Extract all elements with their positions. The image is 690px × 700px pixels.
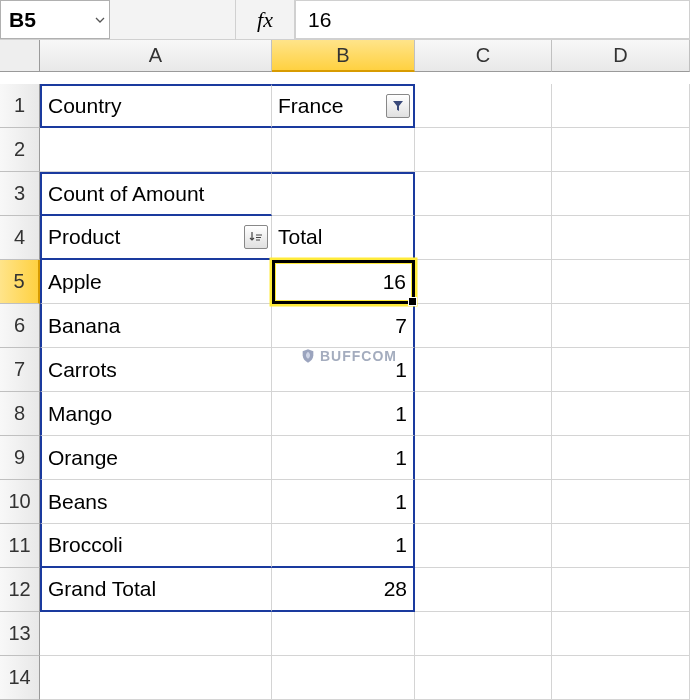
pivot-value[interactable]: 1 <box>272 524 415 568</box>
cell[interactable] <box>415 392 552 436</box>
pivot-row-label[interactable]: Apple <box>40 260 272 304</box>
row-header-8[interactable]: 8 <box>0 392 40 436</box>
cell[interactable] <box>415 348 552 392</box>
formula-value: 16 <box>308 8 331 32</box>
pivot-value[interactable]: 1 <box>272 436 415 480</box>
row-header-11[interactable]: 11 <box>0 524 40 568</box>
pivot-page-field-label[interactable]: Country <box>40 84 272 128</box>
cell[interactable] <box>552 480 690 524</box>
cell[interactable] <box>552 260 690 304</box>
cell[interactable] <box>415 172 552 216</box>
pivot-value[interactable]: 1 <box>272 348 415 392</box>
cell[interactable] <box>552 128 690 172</box>
cell[interactable] <box>415 304 552 348</box>
cell[interactable] <box>415 260 552 304</box>
row-header-10[interactable]: 10 <box>0 480 40 524</box>
cell[interactable] <box>415 480 552 524</box>
row-header-14[interactable]: 14 <box>0 656 40 700</box>
filter-icon[interactable] <box>386 94 410 118</box>
row-header-13[interactable]: 13 <box>0 612 40 656</box>
cell[interactable] <box>415 84 552 128</box>
pivot-value[interactable]: 1 <box>272 480 415 524</box>
cell[interactable] <box>415 436 552 480</box>
col-header-d[interactable]: D <box>552 40 690 72</box>
cell[interactable] <box>272 612 415 656</box>
cell[interactable] <box>415 128 552 172</box>
formula-bar: B5 fx 16 <box>0 0 690 40</box>
row-header-7[interactable]: 7 <box>0 348 40 392</box>
row-header-3[interactable]: 3 <box>0 172 40 216</box>
cell[interactable] <box>415 216 552 260</box>
col-header-b[interactable]: B <box>272 40 415 72</box>
cell[interactable] <box>552 568 690 612</box>
pivot-value[interactable]: 1 <box>272 392 415 436</box>
cell[interactable] <box>415 612 552 656</box>
cell[interactable] <box>415 656 552 700</box>
cell[interactable] <box>552 216 690 260</box>
pivot-row-label[interactable]: Orange <box>40 436 272 480</box>
formula-input[interactable]: 16 <box>295 0 690 39</box>
pivot-row-label[interactable]: Banana <box>40 304 272 348</box>
row-header-12[interactable]: 12 <box>0 568 40 612</box>
cell[interactable] <box>552 348 690 392</box>
row-header-9[interactable]: 9 <box>0 436 40 480</box>
cell[interactable] <box>272 172 415 216</box>
pivot-value[interactable]: 7 <box>272 304 415 348</box>
pivot-page-field-value[interactable]: France <box>272 84 415 128</box>
row-header-5[interactable]: 5 <box>0 260 40 304</box>
select-all-corner[interactable] <box>0 40 40 72</box>
pivot-values-header[interactable]: Total <box>272 216 415 260</box>
worksheet-grid[interactable]: A B C D 1 Country France 2 3 Count of Am… <box>0 40 690 700</box>
col-header-a[interactable]: A <box>40 40 272 72</box>
cell[interactable] <box>415 568 552 612</box>
pivot-grand-total-label[interactable]: Grand Total <box>40 568 272 612</box>
pivot-row-label[interactable]: Mango <box>40 392 272 436</box>
fill-handle[interactable] <box>408 297 417 306</box>
insert-function-button[interactable]: fx <box>235 0 295 39</box>
cell[interactable] <box>552 524 690 568</box>
col-header-c[interactable]: C <box>415 40 552 72</box>
formula-bar-spacer <box>110 0 235 39</box>
cell[interactable] <box>552 436 690 480</box>
pivot-data-field-label[interactable]: Count of Amount <box>40 172 272 216</box>
cell[interactable] <box>40 656 272 700</box>
name-box[interactable]: B5 <box>0 0 110 39</box>
cell[interactable] <box>552 304 690 348</box>
active-cell[interactable]: 16 <box>272 260 415 304</box>
pivot-row-label[interactable]: Beans <box>40 480 272 524</box>
row-header-1[interactable]: 1 <box>0 84 40 128</box>
cell[interactable] <box>552 656 690 700</box>
cell[interactable] <box>272 656 415 700</box>
pivot-grand-total-value[interactable]: 28 <box>272 568 415 612</box>
cell[interactable] <box>40 128 272 172</box>
cell[interactable] <box>552 392 690 436</box>
cell[interactable] <box>552 172 690 216</box>
sort-dropdown-icon[interactable] <box>244 225 268 249</box>
name-box-dropdown-icon[interactable] <box>95 17 105 23</box>
cell[interactable] <box>552 84 690 128</box>
cell[interactable] <box>415 524 552 568</box>
cell[interactable] <box>552 612 690 656</box>
name-box-value: B5 <box>9 8 36 32</box>
cell[interactable] <box>40 612 272 656</box>
pivot-row-field-label[interactable]: Product <box>40 216 272 260</box>
cell[interactable] <box>272 128 415 172</box>
fx-icon: fx <box>257 7 273 33</box>
row-header-6[interactable]: 6 <box>0 304 40 348</box>
pivot-row-label[interactable]: Carrots <box>40 348 272 392</box>
pivot-row-label[interactable]: Broccoli <box>40 524 272 568</box>
row-header-2[interactable]: 2 <box>0 128 40 172</box>
row-header-4[interactable]: 4 <box>0 216 40 260</box>
